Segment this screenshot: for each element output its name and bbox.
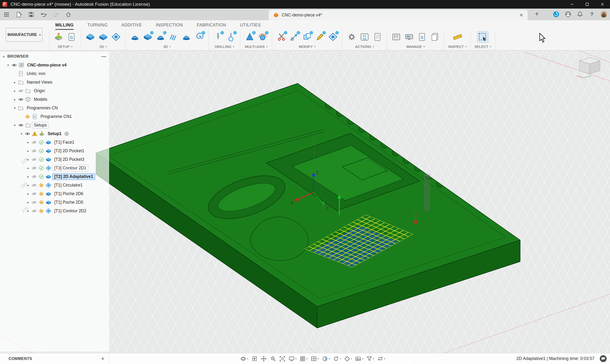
2d-dropdown[interactable]: 2D▾ [99, 45, 107, 49]
transform-toolpath-icon[interactable] [289, 31, 300, 42]
redo-icon[interactable] [52, 11, 60, 18]
item-label[interactable]: Programme CN1 [39, 113, 74, 120]
grid-settings-icon[interactable]: ▾ [299, 356, 308, 362]
spiral-icon[interactable] [194, 31, 205, 42]
scallop-icon[interactable] [181, 31, 192, 42]
item-label[interactable]: Named Views [25, 79, 54, 86]
ribbon-tab-utilities[interactable]: UTILITIES [240, 23, 261, 30]
look-at-icon[interactable] [251, 356, 258, 362]
visibility-icon[interactable] [31, 148, 38, 154]
item-label[interactable]: [T1] Circulaire1 [52, 182, 85, 188]
refresh-icon[interactable]: ▾ [333, 356, 341, 362]
item-label[interactable]: [T3] 2D Pocket3 [52, 156, 86, 163]
item-label[interactable]: [T1] Poche 2D6 [52, 191, 85, 197]
drill-icon[interactable] [213, 31, 223, 42]
setup-dropdown[interactable]: SETUP▾ [58, 45, 72, 49]
visibility-icon[interactable] [31, 165, 38, 171]
display-settings-icon[interactable]: ▾ [288, 356, 297, 362]
viewports-icon[interactable]: ▾ [311, 356, 319, 362]
visibility-icon[interactable] [31, 173, 38, 180]
user-avatar-icon[interactable] [600, 11, 608, 18]
inspect-dropdown[interactable]: INSPECT▾ [448, 45, 467, 49]
viewport-3d[interactable]: Z X Y 125150175 « BROWSER — ▾CNC-demo-pi… [0, 51, 610, 364]
adaptive-clearing-icon[interactable] [130, 31, 140, 42]
appearance-icon[interactable]: ▾ [344, 356, 352, 362]
tab-close-icon[interactable]: ✕ [519, 13, 523, 18]
pocket-clearing-icon[interactable] [142, 31, 153, 42]
expander-icon[interactable]: ▸ [25, 192, 31, 195]
tree-item-origin[interactable]: ▸Origin [0, 87, 109, 95]
expander-icon[interactable]: ▸ [25, 201, 31, 204]
tree-item-t3-2d-pocket3[interactable]: ▸[T3] 2D Pocket3 [0, 155, 109, 164]
tree-item-t2-2d-pocket1[interactable]: ▸[T2] 2D Pocket1 [0, 146, 109, 155]
visibility-icon[interactable] [18, 96, 24, 103]
item-label[interactable]: Programmes CN [25, 105, 60, 111]
zoom-icon[interactable] [270, 356, 276, 362]
expander-icon[interactable]: ▸ [25, 166, 31, 170]
machine-library-icon[interactable] [404, 31, 415, 42]
job-status-icon[interactable] [552, 11, 560, 18]
activate-target-icon[interactable] [63, 130, 70, 137]
orbit-icon[interactable]: ▾ [240, 356, 248, 362]
visibility-icon[interactable] [11, 62, 17, 68]
expander-icon[interactable]: ▸ [12, 98, 18, 101]
visibility-icon[interactable] [18, 88, 24, 94]
visibility-icon[interactable] [31, 199, 38, 206]
expander-icon[interactable]: ▸ [25, 183, 31, 187]
close-button[interactable] [595, 0, 610, 9]
add-comment-button[interactable]: + [101, 355, 104, 362]
expander-icon[interactable]: ▸ [25, 209, 31, 213]
capture-image-icon[interactable]: ▾ [355, 356, 363, 362]
select-icon[interactable] [477, 31, 488, 42]
select-dropdown[interactable]: SELECT▾ [474, 45, 491, 49]
ribbon-tab-milling[interactable]: MILLING [55, 23, 74, 30]
trim-toolpath-icon[interactable] [276, 31, 287, 42]
tree-item-t2-2d-adaptative1[interactable]: ▸[T2] 2D Adaptative1 [0, 172, 109, 181]
tree-item-programme-cn1[interactable]: GProgramme CN1 [0, 112, 109, 121]
ribbon-tab-additive[interactable]: ADDITIVE [121, 23, 142, 30]
ribbon-tab-inspection[interactable]: INSPECTION [156, 23, 183, 30]
simulate-g1g2-icon[interactable]: G1G2 [359, 31, 370, 42]
app-menu-icon[interactable] [3, 11, 10, 18]
tree-item-t1-poche-2d6[interactable]: ▸[T1] Poche 2D6 [0, 189, 109, 198]
selection-filter-icon[interactable]: ▾ [366, 356, 374, 362]
item-label[interactable]: Setups [32, 122, 49, 128]
3d-dropdown[interactable]: 3D▾ [163, 45, 171, 49]
templates-icon[interactable] [429, 31, 440, 42]
duplicate-toolpath-icon[interactable] [302, 31, 313, 42]
visibility-icon[interactable] [31, 208, 38, 214]
steep-and-shallow-icon[interactable] [155, 31, 166, 42]
item-label[interactable]: [T2] 2D Adaptative1 [52, 173, 95, 180]
tree-item-t3-contour-2d1[interactable]: ▸[T3] Contour 2D1 [0, 164, 109, 172]
visibility-icon[interactable] [31, 182, 38, 188]
ribbon-tab-fabrication[interactable]: FABRICATION [197, 23, 226, 30]
fit-icon[interactable] [279, 356, 286, 362]
tree-item-cnc-demo-piece-v4[interactable]: ▾CNC-demo-piece v4 [0, 61, 109, 69]
expander-icon[interactable]: ▾ [12, 106, 18, 110]
tree-item-t1-circulaire1[interactable]: ▸[T1] Circulaire1 [0, 181, 109, 189]
tree-item-t1-face1[interactable]: ▸[T1] Face1 [0, 138, 109, 146]
tree-item-setup1[interactable]: ▾Setup1 [0, 129, 109, 138]
visibility-icon[interactable] [18, 122, 24, 128]
face-2d-icon[interactable] [85, 31, 96, 42]
account-icon[interactable] [564, 11, 572, 18]
contour-2d-icon[interactable] [111, 31, 121, 42]
item-label[interactable]: CNC-demo-piece v4 [25, 62, 68, 68]
help-icon[interactable]: ? [588, 11, 596, 18]
ribbon-tab-turning[interactable]: TURNING [88, 23, 108, 30]
expander-icon[interactable]: ▸ [25, 149, 31, 153]
undo-icon[interactable]: ▾ [40, 11, 47, 18]
tree-item-t1-contour-2d2[interactable]: ▸[T1] Contour 2D2 [0, 207, 109, 215]
post-library-icon[interactable]: G [416, 31, 428, 42]
item-label[interactable]: [T1] Contour 2D2 [52, 208, 88, 214]
item-label[interactable]: Setup1 [46, 130, 63, 137]
comments-bar[interactable]: COMMENTS + [0, 353, 109, 364]
section-analysis-icon[interactable]: ▾ [322, 356, 330, 362]
expander-icon[interactable]: ▸ [25, 141, 31, 144]
swarf-icon[interactable] [244, 31, 255, 42]
edit-toolpath-icon[interactable] [314, 31, 325, 42]
minimize-panel-icon[interactable]: — [102, 54, 106, 59]
tree-item-t1-poche-2d5[interactable]: ▸[T1] Poche 2D5 [0, 198, 109, 207]
visibility-icon[interactable] [31, 156, 38, 163]
item-label[interactable]: [T1] Poche 2D5 [52, 199, 85, 206]
